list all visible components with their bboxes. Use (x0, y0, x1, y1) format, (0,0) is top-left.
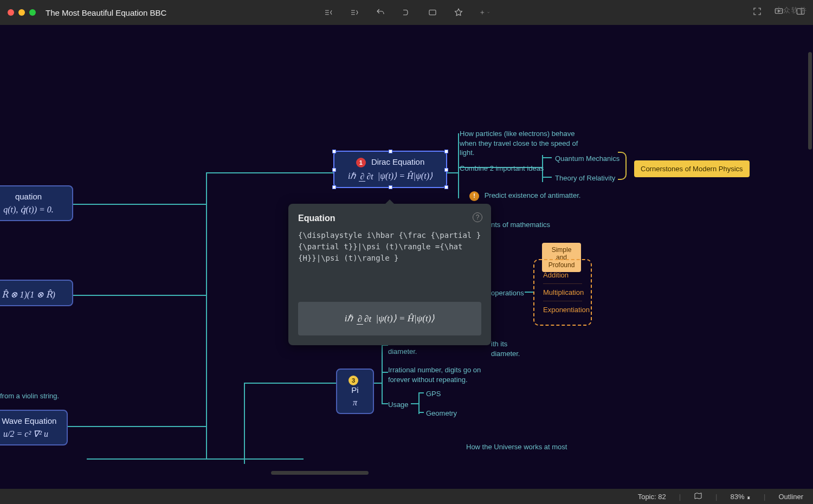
badge-1: 1 (356, 158, 366, 167)
popup-title: Equation (298, 214, 481, 223)
relationship-icon[interactable] (401, 7, 412, 18)
selection-handle[interactable] (389, 150, 392, 153)
selection-handle[interactable] (332, 185, 336, 189)
bracket (618, 152, 627, 180)
label-math-fragments: nts of mathematics (491, 220, 550, 230)
label-irrational: Irrational number, digits go on forever … (388, 365, 496, 384)
latex-preview: iℏ ∂∂t |ψ(t)⟩ = Ĥ|ψ(t)⟩ (298, 302, 481, 335)
node-pi[interactable]: 3 Pi π (336, 369, 374, 414)
star-icon[interactable] (453, 7, 464, 18)
minimize-window-button[interactable] (18, 9, 25, 16)
label-usage: Usage (388, 400, 409, 410)
connector (206, 172, 207, 460)
equation-popup: Equation ? {\displaystyle i\hbar {\frac … (288, 204, 491, 345)
map-icon[interactable] (694, 492, 702, 502)
connector (542, 177, 552, 178)
outdent-icon[interactable] (323, 7, 334, 18)
connector (382, 345, 383, 404)
watermark: 小众软件 (775, 5, 808, 15)
connector (244, 383, 245, 464)
op-addition[interactable]: Addition (543, 267, 582, 284)
op-exponentiation[interactable]: Exponentiation (543, 301, 582, 318)
label-diameter-2: diameter. (388, 347, 417, 357)
connector (73, 204, 206, 205)
badge-3: 3 (349, 376, 358, 385)
outliner-button[interactable]: Outliner (778, 493, 803, 501)
group-simple-profound[interactable]: Addition Multiplication Exponentiation (533, 259, 592, 326)
label-combine: Combine 2 important ideas (460, 164, 544, 173)
boundary-icon[interactable] (427, 7, 438, 18)
label-particles: How particles (like electrons) behave wh… (460, 129, 590, 158)
connector (73, 295, 206, 296)
connector (68, 426, 206, 427)
label-antimatter: ! Predict existence of antimatter. (469, 191, 580, 201)
connector (382, 403, 388, 404)
node-partial-tensor[interactable]: R̂ ⊗ 1)(1 ⊗ R̂) (0, 280, 73, 306)
label-violin-string: from a violin string. (0, 391, 59, 401)
fullscreen-icon[interactable] (752, 7, 762, 18)
op-multiplication[interactable]: Multiplication (543, 284, 582, 301)
connector (244, 383, 336, 384)
add-icon[interactable] (479, 7, 490, 18)
close-window-button[interactable] (8, 9, 14, 16)
connector (447, 172, 458, 173)
vertical-scrollbar[interactable] (808, 52, 812, 150)
zoom-level[interactable]: 83% ▲▼ (731, 493, 751, 501)
node-cornerstones[interactable]: Cornerstones of Modern Physics (634, 160, 750, 177)
label-operations: operations (491, 288, 524, 298)
toolbar-center (323, 7, 490, 18)
horizontal-scrollbar[interactable] (271, 471, 369, 475)
connector (458, 133, 459, 198)
selection-handle[interactable] (332, 168, 336, 172)
selection-handle[interactable] (444, 150, 448, 153)
maximize-window-button[interactable] (29, 9, 36, 16)
label-geometry: Geometry (426, 409, 457, 418)
selection-handle[interactable] (332, 150, 336, 153)
node-wave-equation[interactable]: e Wave Equation u/2 = c² ∇² u (0, 410, 68, 445)
connector (374, 383, 382, 384)
help-icon[interactable]: ? (473, 212, 482, 222)
latex-source[interactable]: {\displaystyle i\hbar {\frac {\partial }… (298, 230, 481, 264)
label-universe: How the Universe works at most (466, 442, 567, 452)
node-partial-equation[interactable]: quation q(t), q̇(t)) = 0. (0, 185, 73, 221)
connector (411, 403, 418, 404)
label-relativity: Theory of Relativity (555, 173, 615, 183)
statusbar: Topic: 82 | | 83% ▲▼ | Outliner (0, 489, 813, 504)
window-controls (8, 9, 36, 16)
connector (418, 412, 424, 413)
connector (418, 392, 424, 393)
node-dirac-equation[interactable]: 1 Dirac Equation iℏ ∂∂t |ψ(t)⟩ = Ĥ|ψ(t)⟩ (333, 151, 447, 188)
label-quantum-mechanics: Quantum Mechanics (555, 154, 620, 164)
topic-count: Topic: 82 (638, 493, 666, 501)
selection-handle[interactable] (389, 185, 392, 189)
document-title: The Most Beautiful Equation BBC (46, 8, 166, 17)
indent-icon[interactable] (349, 7, 360, 18)
label-diameter: ith its diameter. (491, 339, 534, 358)
connector (382, 372, 388, 373)
badge-info-icon: ! (469, 191, 479, 201)
selection-handle[interactable] (444, 168, 448, 172)
selection-handle[interactable] (444, 185, 448, 189)
label-gps: GPS (426, 389, 441, 399)
connector (87, 458, 304, 460)
mindmap-canvas[interactable]: quation q(t), q̇(t)) = 0. R̂ ⊗ 1)(1 ⊗ R̂… (0, 25, 813, 491)
connector (206, 172, 333, 173)
svg-rect-0 (429, 10, 436, 15)
titlebar: The Most Beautiful Equation BBC (0, 0, 813, 25)
connector (418, 392, 420, 414)
undo-icon[interactable] (375, 7, 386, 18)
